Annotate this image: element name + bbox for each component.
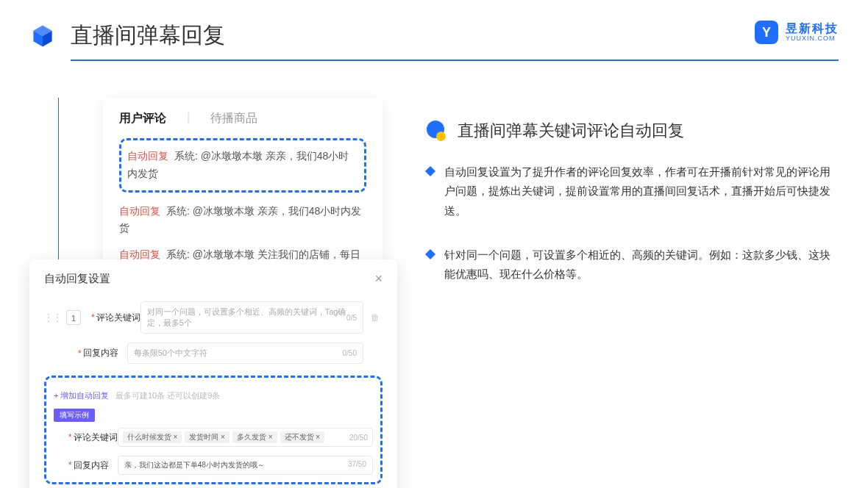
keyword-tag[interactable]: 发货时间 × [185,431,230,443]
keyword-input[interactable]: 对同一个问题，可设置多个相近、高频的关键词，Tag确定，最多5个 0/5 [140,301,363,334]
row-number: 1 [66,310,81,325]
example-content-text: 亲，我们这边都是下单48小时内发货的哦～ [124,460,265,470]
diamond-bullet-icon [425,249,435,259]
page-title: 直播间弹幕回复 [71,21,225,51]
auto-reply-tag: 自动回复 [119,248,160,260]
placeholder-text: 每条限50个中文字符 [134,348,207,359]
drag-handle-icon[interactable]: ⋮⋮ [44,312,62,323]
keyword-row: ⋮⋮ 1 * 评论关键词 对同一个问题，可设置多个相近、高频的关键词，Tag确定… [44,301,383,334]
example-content-label: 回复内容 [74,459,118,472]
required-dot: * [91,312,95,323]
tab-user-comments[interactable]: 用户评论 [119,111,166,126]
example-keyword-label: 评论关键词 [74,431,118,444]
example-keyword-row: * 评论关键词 什么时候发货 × 发货时间 × 多久发货 × 还不发货 × 20… [54,428,373,447]
extra-counter: /50 [44,484,383,488]
auto-reply-settings-panel: 自动回复设置 × ⋮⋮ 1 * 评论关键词 对同一个问题，可设置多个相近、高频的… [29,259,397,488]
example-keyword-input[interactable]: 什么时候发货 × 发货时间 × 多久发货 × 还不发货 × 20/50 [118,428,373,447]
bullet-item: 针对同一个问题，可设置多个相近的、高频的关键词。例如：这款多少钱、这块能优惠吗、… [427,245,839,284]
settings-title: 自动回复设置 [44,272,110,286]
bullet-text: 自动回复设置为了提升作者的评论回复效率，作者可在开播前针对常见的评论用户问题，提… [444,162,839,220]
auto-reply-tag: 自动回复 [127,150,168,162]
example-content-counter: 37/50 [348,460,366,470]
keyword-label: 评论关键词 [96,312,140,324]
content-row: * 回复内容 每条限50个中文字符 0/50 🗑 [44,342,383,364]
add-hint: 最多可建10条 还可以创建9条 [115,391,220,400]
highlighted-comment: 自动回复 系统: @冰墩墩本墩 亲亲，我们48小时内发货 [119,138,366,193]
delete-icon[interactable]: 🗑 [371,312,383,323]
diamond-bullet-icon [425,166,435,176]
brand-name-cn: 昱新科技 [786,22,839,35]
content-counter: 0/50 [343,349,357,357]
add-auto-reply-link[interactable]: + 增加自动回复 [54,391,109,400]
auto-reply-tag: 自动回复 [119,205,160,217]
required-dot: * [68,460,72,470]
description-column: 直播间弹幕关键词评论自动回复 自动回复设置为了提升作者的评论回复效率，作者可在开… [427,98,839,340]
placeholder-text: 对同一个问题，可设置多个相近、高频的关键词，Tag确定，最多5个 [147,306,346,329]
keyword-counter: 0/5 [346,314,357,322]
keyword-tag[interactable]: 多久发货 × [232,431,277,443]
keyword-tag[interactable]: 还不发货 × [280,431,325,443]
brand-mark-icon: Y [755,21,778,44]
cube-icon [29,23,56,49]
screenshots-column: 用户评论 | 待播商品 自动回复 系统: @冰墩墩本墩 亲亲，我们48小时内发货… [29,98,397,340]
required-dot: * [68,432,72,442]
brand-name-en: YUUXIN.COM [786,35,839,43]
example-badge: 填写示例 [54,409,95,422]
example-content-row: * 回复内容 亲，我们这边都是下单48小时内发货的哦～ 37/50 [54,456,373,475]
brand-logo: Y 昱新科技 YUUXIN.COM [755,21,839,44]
content-label: 回复内容 [83,347,127,359]
close-icon[interactable]: × [374,271,383,287]
bullet-text: 针对同一个问题，可设置多个相近的、高频的关键词。例如：这款多少钱、这块能优惠吗、… [444,245,839,284]
content-input[interactable]: 每条限50个中文字符 0/50 [127,342,363,364]
chat-bubble-icon [427,121,447,141]
example-highlight: + 增加自动回复 最多可建10条 还可以创建9条 填写示例 * 评论关键词 什么… [44,376,383,484]
tab-pending-goods[interactable]: 待播商品 [210,111,257,126]
example-content-input[interactable]: 亲，我们这边都是下单48小时内发货的哦～ 37/50 [118,456,373,475]
comment-row: 自动回复 系统: @冰墩墩本墩 亲亲，我们48小时内发货 [119,203,366,238]
tab-separator: | [187,111,190,126]
section-title: 直播间弹幕关键词评论自动回复 [458,120,684,142]
required-dot: * [78,348,82,359]
page-header: 直播间弹幕回复 Y 昱新科技 YUUXIN.COM [0,0,868,60]
example-keyword-counter: 20/50 [349,434,368,442]
bullet-item: 自动回复设置为了提升作者的评论回复效率，作者可在开播前针对常见的评论用户问题，提… [427,162,839,220]
keyword-tag[interactable]: 什么时候发货 × [123,431,182,443]
